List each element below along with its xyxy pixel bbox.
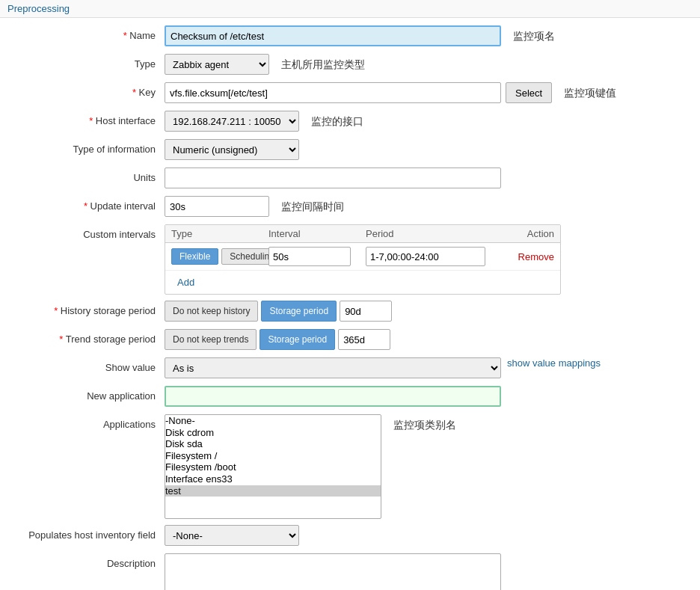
show-value-label: Show value <box>15 357 165 373</box>
trend-no-keep-button[interactable]: Do not keep trends <box>165 329 257 350</box>
ci-type-buttons: Flexible Scheduling <box>171 248 268 265</box>
ci-col-period: Period <box>366 228 502 239</box>
trend-storage-period-button[interactable]: Storage period <box>260 329 335 350</box>
units-row: Units <box>15 168 685 190</box>
history-toggle-group: Do not keep history Storage period <box>165 301 392 322</box>
host-interface-select[interactable]: 192.168.247.211 : 10050 <box>165 111 299 132</box>
populates-label: Populates host inventory field <box>15 525 165 541</box>
type-label: Type <box>15 54 165 70</box>
applications-listbox[interactable]: -None-Disk cdromDisk sdaFilesystem /File… <box>165 414 381 519</box>
name-row: Name 监控项名 <box>15 25 685 48</box>
key-annotation: 监控项键值 <box>564 82 616 100</box>
description-row: Description <box>15 553 685 590</box>
key-input[interactable] <box>165 82 501 103</box>
type-select[interactable]: Zabbix agentZabbix agent (active)Simple … <box>165 54 269 75</box>
name-input[interactable] <box>165 25 501 46</box>
key-label: Key <box>15 82 165 98</box>
units-label: Units <box>15 168 165 183</box>
add-interval-link[interactable]: Add <box>171 274 200 291</box>
update-interval-annotation: 监控间隔时间 <box>281 196 344 214</box>
update-interval-row: Update interval 监控间隔时间 <box>15 196 685 218</box>
populates-row: Populates host inventory field -None- <box>15 525 685 547</box>
custom-intervals-row: Custom intervals Type Interval Period Ac… <box>15 224 685 295</box>
flexible-button[interactable]: Flexible <box>171 248 218 265</box>
remove-link[interactable]: Remove <box>518 251 554 262</box>
trend-period-input[interactable] <box>338 329 390 350</box>
history-no-keep-button[interactable]: Do not keep history <box>165 301 258 322</box>
preprocessing-link[interactable]: Preprocessing <box>7 3 70 14</box>
ci-col-action: Action <box>502 228 554 239</box>
ci-action-cell: Remove <box>502 251 554 262</box>
ci-header: Type Interval Period Action <box>165 225 560 243</box>
custom-intervals-label: Custom intervals <box>15 224 165 240</box>
ci-col-type: Type <box>171 228 268 239</box>
ci-interval-cell <box>268 247 366 266</box>
trend-storage-row: Trend storage period Do not keep trends … <box>15 329 685 351</box>
name-annotation: 监控项名 <box>513 25 555 43</box>
update-interval-label: Update interval <box>15 196 165 212</box>
ci-period-cell <box>366 247 502 266</box>
applications-label: Applications <box>15 414 165 430</box>
units-input[interactable] <box>165 168 501 188</box>
host-interface-row: Host interface 192.168.247.211 : 10050 监… <box>15 111 685 133</box>
type-of-info-label: Type of information <box>15 139 165 155</box>
key-select-button[interactable]: Select <box>506 82 552 103</box>
trend-toggle-group: Do not keep trends Storage period <box>165 329 390 350</box>
item-form: Name 监控项名 Type Zabbix agentZabbix agent … <box>0 18 700 590</box>
ci-interval-input[interactable] <box>268 247 351 266</box>
new-application-input[interactable] <box>165 386 501 407</box>
type-annotation: 主机所用监控类型 <box>281 54 365 72</box>
history-period-input[interactable] <box>340 301 392 322</box>
ci-col-interval: Interval <box>268 228 366 239</box>
history-storage-period-button[interactable]: Storage period <box>261 301 337 322</box>
key-row: Key Select 监控项键值 <box>15 82 685 105</box>
custom-intervals-table: Type Interval Period Action Flexible Sch… <box>165 224 561 295</box>
type-row: Type Zabbix agentZabbix agent (active)Si… <box>15 54 685 76</box>
type-of-info-row: Type of information Numeric (unsigned)Nu… <box>15 139 685 162</box>
ci-data-row: Flexible Scheduling Remove <box>165 243 560 271</box>
name-label: Name <box>15 25 165 41</box>
breadcrumb: Preprocessing <box>0 0 700 18</box>
description-label: Description <box>15 553 165 569</box>
history-storage-row: History storage period Do not keep histo… <box>15 301 685 323</box>
description-textarea[interactable] <box>165 553 501 590</box>
populates-select[interactable]: -None- <box>165 525 299 546</box>
show-value-mappings-link[interactable]: show value mappings <box>507 357 601 369</box>
type-of-info-select[interactable]: Numeric (unsigned)Numeric (float)Charact… <box>165 139 299 160</box>
ci-footer: Add <box>165 271 560 294</box>
new-application-row: New application <box>15 386 685 408</box>
applications-annotation: 监控项类别名 <box>393 414 456 432</box>
ci-period-input[interactable] <box>366 247 485 266</box>
new-application-label: New application <box>15 386 165 402</box>
history-storage-label: History storage period <box>15 301 165 316</box>
applications-row: Applications -None-Disk cdromDisk sdaFil… <box>15 414 685 519</box>
host-interface-annotation: 监控的接口 <box>311 111 363 129</box>
trend-storage-label: Trend storage period <box>15 329 165 345</box>
show-value-select[interactable]: As is <box>165 357 501 378</box>
host-interface-label: Host interface <box>15 111 165 126</box>
update-interval-input[interactable] <box>165 196 269 217</box>
show-value-row: Show value As is show value mappings <box>15 357 685 380</box>
